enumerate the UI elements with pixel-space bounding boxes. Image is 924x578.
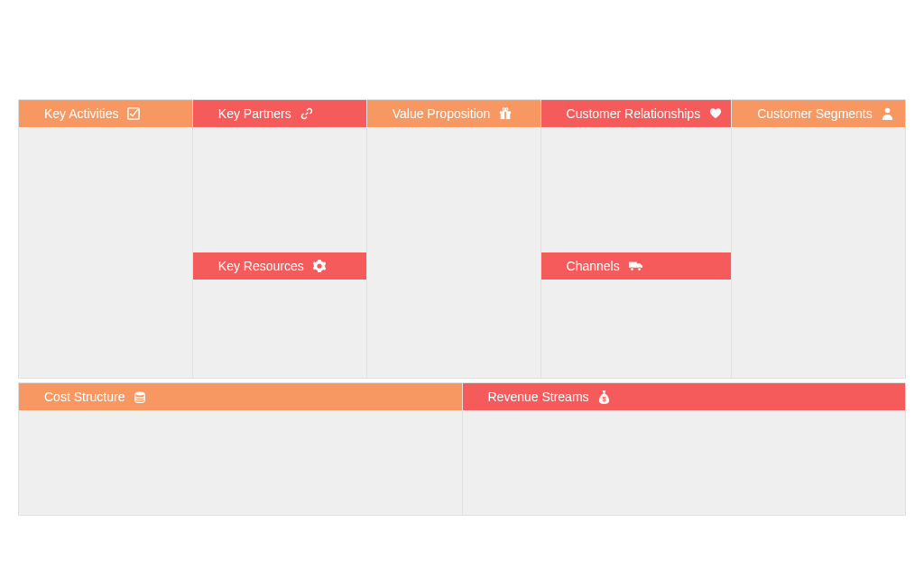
canvas-top-row: Key Activities Key Partners [18, 99, 906, 379]
block-key-resources[interactable]: Key Resources [193, 252, 366, 378]
body-key-resources[interactable] [193, 280, 366, 378]
heart-icon [709, 107, 722, 120]
label-customer-relationships: Customer Relationships [567, 106, 701, 121]
svg-rect-3 [505, 111, 507, 119]
block-key-activities[interactable]: Key Activities [19, 100, 193, 378]
label-customer-segments: Customer Segments [757, 106, 873, 121]
header-cost-structure: Cost Structure [19, 383, 462, 410]
body-channels[interactable] [541, 280, 732, 378]
header-customer-segments: Customer Segments [732, 100, 905, 127]
header-key-partners: Key Partners [193, 100, 366, 127]
header-value-proposition: Value Proposition [367, 100, 541, 127]
body-revenue-streams[interactable] [463, 410, 906, 515]
header-key-activities: Key Activities [19, 100, 192, 127]
header-channels: Channels [541, 252, 732, 280]
canvas-bottom-row: Cost Structure Revenue Streams [18, 382, 906, 516]
block-customer-segments[interactable]: Customer Segments [732, 100, 905, 378]
svg-point-5 [630, 268, 633, 271]
block-customer-relationships-column: Customer Relationships Channels [541, 100, 733, 378]
link-icon [300, 107, 313, 120]
block-cost-structure[interactable]: Cost Structure [19, 383, 463, 515]
body-key-activities[interactable] [19, 127, 192, 378]
body-cost-structure[interactable] [19, 410, 462, 515]
svg-rect-4 [629, 262, 637, 268]
block-key-partners-column: Key Partners Key Resources [193, 100, 367, 378]
checkbox-icon [127, 107, 140, 120]
body-customer-segments[interactable] [732, 127, 905, 378]
truck-icon [629, 260, 643, 272]
label-cost-structure: Cost Structure [44, 390, 125, 404]
label-key-activities: Key Activities [44, 106, 118, 121]
svg-point-8 [135, 392, 145, 396]
business-model-canvas: Key Activities Key Partners [18, 99, 906, 516]
block-revenue-streams[interactable]: Revenue Streams $ [463, 383, 906, 515]
gear-icon [313, 260, 326, 272]
body-customer-relationships[interactable] [541, 127, 732, 252]
block-channels[interactable]: Channels [541, 252, 732, 378]
label-key-partners: Key Partners [218, 106, 291, 121]
body-value-proposition[interactable] [367, 127, 541, 378]
body-key-partners[interactable] [193, 127, 366, 252]
label-revenue-streams: Revenue Streams [488, 390, 589, 404]
label-value-proposition: Value Proposition [393, 106, 491, 121]
block-value-proposition[interactable]: Value Proposition [367, 100, 541, 378]
person-icon [882, 107, 893, 120]
label-key-resources: Key Resources [218, 259, 304, 273]
coins-icon [134, 390, 146, 403]
header-customer-relationships: Customer Relationships [541, 100, 732, 127]
svg-point-6 [637, 268, 641, 271]
svg-point-7 [884, 108, 890, 114]
header-key-resources: Key Resources [193, 252, 366, 280]
moneybag-icon: $ [598, 390, 610, 404]
label-channels: Channels [567, 259, 620, 273]
header-revenue-streams: Revenue Streams $ [463, 383, 906, 410]
gift-icon [499, 107, 512, 120]
